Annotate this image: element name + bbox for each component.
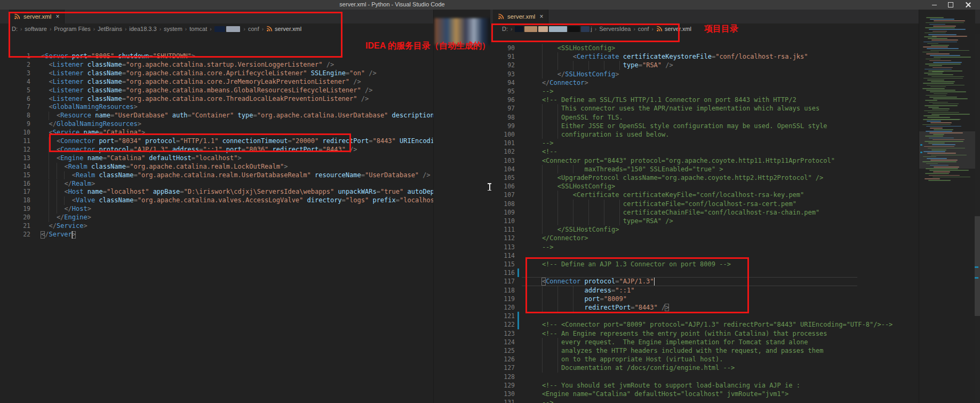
minimap-left[interactable] [433, 10, 491, 403]
code-line[interactable]: 7<GlobalNamingResources> [0, 103, 490, 112]
code-line[interactable]: 93</SSLHostConfig> [490, 70, 919, 78]
tab-server-xml-left[interactable]: server.xml × [9, 10, 65, 23]
tab-close-icon[interactable]: × [55, 13, 59, 20]
code-line[interactable]: 92type="RSA" /> [490, 61, 919, 69]
code-line[interactable]: 20</Engine> [0, 214, 490, 222]
code-line[interactable]: 96<!-- Define an SSL/TLS HTTP/1.1 Connec… [490, 96, 919, 104]
breadcrumb-item[interactable]: conf [638, 26, 649, 32]
code-line[interactable]: 110type="RSA" /> [490, 217, 919, 225]
breadcrumb-item[interactable]: JetBrains [98, 26, 122, 32]
code-editor-left[interactable]: 1<Server port="8005" shutdown="SHUTDOWN"… [0, 34, 490, 403]
breadcrumb-item[interactable]: software [25, 26, 47, 32]
line-number: 8 [9, 112, 30, 120]
code-line[interactable]: 12<Connector protocol="AJP/1.3" address=… [0, 146, 490, 154]
breadcrumb-item-file[interactable]: server.xml [656, 26, 691, 32]
breadcrumb-item[interactable]: D: [502, 26, 508, 32]
line-number: 17 [9, 188, 30, 196]
tab-close-icon[interactable]: × [539, 13, 543, 20]
code-line[interactable]: 9</GlobalNamingResources> [0, 120, 490, 129]
breadcrumb-item[interactable]: idea18.3.3 [129, 26, 156, 32]
code-line[interactable]: 106<SSLHostConfig> [490, 182, 919, 191]
code-line[interactable]: 113--> [490, 243, 919, 251]
breadcrumb-item[interactable]: j [591, 26, 592, 32]
code-line[interactable]: 91<Certificate certificateKeystoreFile="… [490, 52, 919, 61]
close-button[interactable] [961, 0, 976, 10]
code-line[interactable]: 18<Valve className="org.apache.catalina.… [0, 196, 490, 205]
code-line[interactable]: 114 [490, 251, 919, 260]
code-line[interactable]: 104maxThreads="150" SSLEnabled="true" > [490, 165, 919, 173]
code-line[interactable]: 117<Connector protocol="AJP/1.3" [490, 277, 919, 286]
code-line[interactable]: 8<Resource name="UserDatabase" auth="Con… [0, 112, 490, 120]
code-line[interactable]: 98OpenSSL for TLS. [490, 113, 919, 122]
breadcrumb-item-file[interactable]: server.xml [266, 26, 301, 32]
code-line[interactable]: 13<Engine name="Catalina" defaultHost="l… [0, 154, 490, 163]
code-line[interactable]: 99Either JSSE or OpenSSL style configura… [490, 122, 919, 130]
code-line[interactable]: 21</Service> [0, 222, 490, 231]
code-line[interactable]: 127Documentation at /docs/config/engine.… [490, 364, 919, 372]
code-line[interactable]: 4<Listener className="org.apache.catalin… [0, 78, 490, 86]
window-title: server.xml - Python - Visual Studio Code [312, 1, 472, 7]
code-line[interactable]: 1<Server port="8005" shutdown="SHUTDOWN"… [0, 52, 490, 61]
code-line[interactable]: 128 [490, 373, 919, 381]
line-number: 13 [9, 154, 30, 163]
tab-server-xml-right[interactable]: server.xml × [493, 10, 548, 23]
code-line[interactable]: 22</Server> [0, 231, 490, 239]
code-line[interactable]: 6<Listener className="org.apache.catalin… [0, 95, 490, 104]
chevron-right-icon: › [210, 26, 211, 32]
title-bar: server.xml - Python - Visual Studio Code [0, 0, 980, 10]
breadcrumb-item[interactable]: Program Files [54, 26, 90, 32]
minimap-right[interactable] [919, 10, 975, 403]
code-line[interactable]: 130<Engine name="Catalina" defaultHost="… [490, 390, 919, 398]
line-number: 122 [490, 320, 515, 329]
line-number: 96 [490, 96, 515, 104]
code-editor-right[interactable]: 90<SSLHostConfig>91<Certificate certific… [490, 34, 919, 403]
code-line[interactable]: 19</Host> [0, 205, 490, 214]
code-line[interactable]: 107<Certificate certificateKeyFile="conf… [490, 191, 919, 199]
code-line[interactable]: 120redirectPort="8443" /> [490, 303, 919, 312]
breadcrumb-item[interactable]: conf [248, 26, 259, 32]
code-line[interactable]: 3<Listener className="org.apache.catalin… [0, 69, 490, 78]
code-line[interactable]: 119port="8009" [490, 295, 919, 303]
code-line[interactable]: 10<Service name="Catalina"> [0, 129, 490, 137]
code-line[interactable]: 16</Realm> [0, 180, 490, 188]
code-line[interactable]: 90<SSLHostConfig> [490, 44, 919, 52]
code-line[interactable]: 2<Listener className="org.apache.catalin… [0, 61, 490, 69]
code-line[interactable]: 131--> [490, 398, 919, 403]
code-line[interactable]: 111</SSLHostConfig> [490, 225, 919, 234]
code-line[interactable]: 100configuration is used below. [490, 130, 919, 139]
code-line[interactable]: 95--> [490, 87, 919, 96]
code-line[interactable]: 125analyzes the HTTP headers included wi… [490, 346, 919, 355]
code-line[interactable]: 105<UpgradeProtocol className="org.apach… [490, 173, 919, 182]
breadcrumb-item[interactable]: D: [12, 26, 18, 32]
line-number: 92 [490, 61, 515, 69]
code-line[interactable]: 102<!-- [490, 147, 919, 156]
code-line[interactable]: 116 [490, 268, 919, 277]
code-line[interactable]: 115<!-- Define an AJP 1.3 Connector on p… [490, 260, 919, 268]
breadcrumb-item[interactable]: tomcat [189, 26, 207, 32]
breadcrumb-item[interactable]: system [164, 26, 182, 32]
code-line[interactable]: 108certificateFile="conf/localhost-rsa-c… [490, 200, 919, 208]
code-line[interactable]: 14<Realm className="org.apache.catalina.… [0, 163, 490, 171]
code-line[interactable]: 15<Realm className="org.apache.catalina.… [0, 171, 490, 180]
scrollbar-vertical[interactable] [975, 10, 980, 403]
code-line[interactable]: 97This connector uses the APR/native imp… [490, 104, 919, 113]
minimize-button[interactable] [927, 0, 942, 10]
code-line[interactable]: 112</Connector> [490, 234, 919, 242]
code-line[interactable]: 101--> [490, 139, 919, 147]
modified-line-ruler-mark [975, 266, 978, 268]
code-line[interactable]: 121 [490, 312, 919, 320]
code-line[interactable]: 94</Connector> [490, 78, 919, 87]
code-line[interactable]: 123<!-- An Engine represents the entry p… [490, 329, 919, 338]
code-line[interactable]: 118address="::1" [490, 286, 919, 295]
code-line[interactable]: 122<!-- <Connector port="8009" protocol=… [490, 320, 919, 329]
code-line[interactable]: 17<Host name="localhost" appBase="D:\iri… [0, 188, 490, 196]
restore-button[interactable] [943, 0, 958, 10]
code-line[interactable]: 103<Connector port="8443" protocol="org.… [490, 156, 919, 165]
breadcrumb-item[interactable]: ServersIdea [599, 26, 631, 32]
code-line[interactable]: 124every request. The Engine implementat… [490, 338, 919, 346]
code-line[interactable]: 129<!-- You should set jvmRoute to suppo… [490, 381, 919, 390]
code-line[interactable]: 11<Connector port="8034" protocol="HTTP/… [0, 137, 490, 146]
code-line[interactable]: 109certificateChainFile="conf/localhost-… [490, 208, 919, 217]
code-line[interactable]: 126on to the appropriate Host (virtual h… [490, 355, 919, 364]
code-line[interactable]: 5<Listener className="org.apache.catalin… [0, 86, 490, 95]
